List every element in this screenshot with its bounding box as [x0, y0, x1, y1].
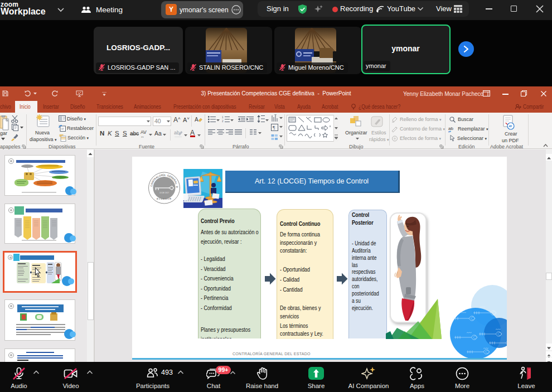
svg-text:2: 2 — [222, 120, 224, 123]
svg-text:1: 1 — [222, 116, 224, 119]
svg-text:⇄: ⇄ — [448, 130, 451, 133]
svg-text:¶: ¶ — [273, 125, 275, 130]
svg-text:ab: ab — [174, 130, 180, 135]
svg-text:ECUADOR: ECUADOR — [157, 197, 172, 200]
svg-text:A: A — [195, 117, 198, 123]
svg-text:13 DE 1927: 13 DE 1927 — [159, 192, 169, 194]
